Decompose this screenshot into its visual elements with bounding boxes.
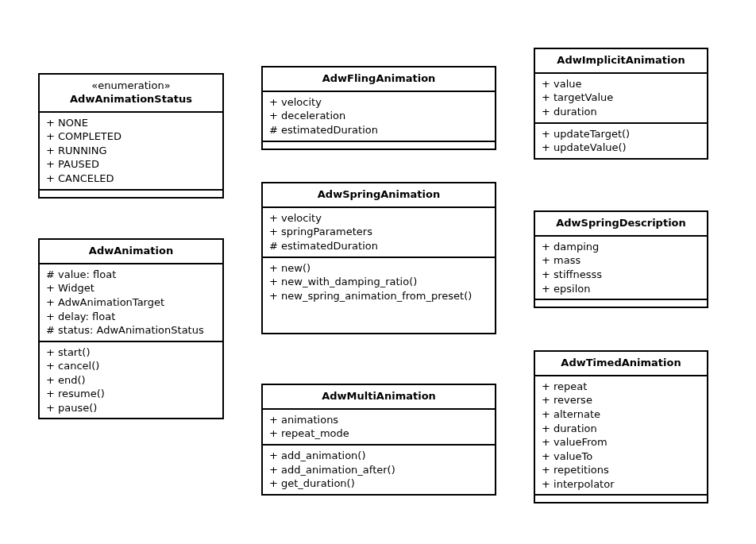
class-title: «enumeration» AdwAnimationStatus (40, 75, 222, 113)
attr-row: + valueTo (542, 449, 700, 464)
attr-row: # value: float (46, 268, 216, 282)
class-name: AdwSpringDescription (556, 217, 686, 229)
operations-section (535, 300, 707, 307)
class-adwflinganimation: AdwFlingAnimation + velocity + decelerat… (261, 66, 496, 150)
attributes-section: + animations + repeat_mode (263, 410, 495, 446)
attributes-section: + value + targetValue + duration (535, 74, 707, 124)
attr-row: + Widget (46, 281, 216, 295)
attributes-section: + velocity + springParameters # estimate… (263, 208, 495, 258)
class-adwspringdescription: AdwSpringDescription + damping + mass + … (534, 210, 708, 308)
op-row: + get_duration() (269, 476, 488, 491)
class-adwanimation: AdwAnimation # value: float + Widget + A… (38, 238, 224, 419)
attr-row: # estimatedDuration (269, 123, 488, 137)
attributes-section: + velocity + deceleration # estimatedDur… (263, 92, 495, 142)
attr-row: + RUNNING (46, 144, 216, 158)
attr-row: + duration (542, 105, 700, 119)
class-adwtimedanimation: AdwTimedAnimation + repeat + reverse + a… (534, 350, 708, 503)
attr-row: + PAUSED (46, 157, 216, 172)
class-adwanimationstatus: «enumeration» AdwAnimationStatus + NONE … (38, 73, 224, 199)
class-title: AdwFlingAnimation (263, 68, 495, 92)
operations-section: + updateTarget() + updateValue() (535, 124, 707, 158)
attr-row: + springParameters (269, 225, 488, 239)
class-name: AdwTimedAnimation (561, 357, 681, 368)
attr-row: + repeat (542, 380, 700, 394)
attr-row: + interpolator (542, 477, 700, 492)
attr-row: + deceleration (269, 109, 488, 123)
attr-row: + repeat_mode (269, 426, 488, 441)
class-title: AdwSpringAnimation (263, 183, 495, 208)
op-row: + cancel() (46, 359, 216, 373)
attr-row: + reverse (542, 393, 700, 407)
op-row: + updateTarget() (542, 127, 700, 141)
attr-row: + repetitions (542, 463, 700, 477)
attr-row: + stiffnesss (542, 268, 700, 282)
op-row: + start() (46, 345, 216, 360)
attributes-section: + NONE + COMPLETED + RUNNING + PAUSED + … (40, 113, 222, 191)
op-row: + new_spring_animation_from_preset() (269, 289, 488, 303)
class-name: AdwAnimation (89, 245, 173, 257)
attributes-section: # value: float + Widget + AdwAnimationTa… (40, 264, 222, 342)
uml-diagram-canvas: «enumeration» AdwAnimationStatus + NONE … (0, 0, 756, 544)
op-row: + pause() (46, 401, 216, 415)
operations-section (263, 142, 495, 149)
class-adwimplicitanimation: AdwImplicitAnimation + value + targetVal… (534, 48, 708, 160)
attr-row: + CANCELED (46, 172, 216, 186)
attr-row: # status: AdwAnimationStatus (46, 323, 216, 338)
class-title: AdwSpringDescription (535, 212, 707, 237)
op-row: + resume() (46, 387, 216, 401)
attr-row: + AdwAnimationTarget (46, 295, 216, 310)
attr-row: + velocity (269, 211, 488, 226)
class-title: AdwAnimation (40, 240, 222, 264)
class-name: AdwFlingAnimation (322, 72, 436, 84)
operations-section: + start() + cancel() + end() + resume() … (40, 342, 222, 419)
class-name: AdwAnimationStatus (70, 93, 192, 105)
attr-row: + velocity (269, 95, 488, 110)
operations-section (535, 496, 707, 502)
attr-row: + delay: float (46, 310, 216, 324)
op-row: + add_animation() (269, 449, 488, 463)
attributes-section: + damping + mass + stiffnesss + epsilon (535, 237, 707, 300)
attr-row: + damping (542, 240, 700, 254)
attr-row: + valueFrom (542, 435, 700, 449)
attr-row: + mass (542, 253, 700, 268)
attr-row: + targetValue (542, 91, 700, 105)
attr-row: + animations (269, 413, 488, 427)
attr-row: + COMPLETED (46, 129, 216, 144)
attr-row: + NONE (46, 116, 216, 130)
class-adwspringanimation: AdwSpringAnimation + velocity + springPa… (261, 182, 496, 334)
class-name: AdwSpringAnimation (318, 188, 440, 200)
op-row: + end() (46, 373, 216, 388)
operations-section: + add_animation() + add_animation_after(… (263, 446, 495, 494)
stereotype-label: «enumeration» (46, 79, 216, 93)
attr-row: + epsilon (542, 282, 700, 296)
class-name: AdwImplicitAnimation (557, 54, 685, 66)
class-adwmultianimation: AdwMultiAnimation + animations + repeat_… (261, 384, 496, 496)
attr-row: # estimatedDuration (269, 239, 488, 253)
class-title: AdwImplicitAnimation (535, 49, 707, 74)
op-row: + new() (269, 261, 488, 276)
operations-section (40, 191, 222, 197)
attributes-section: + repeat + reverse + alternate + duratio… (535, 376, 707, 496)
attr-row: + duration (542, 422, 700, 436)
op-row: + updateValue() (542, 141, 700, 155)
attr-row: + alternate (542, 407, 700, 422)
attr-row: + value (542, 77, 700, 91)
op-row: + new_with_damping_ratio() (269, 275, 488, 289)
operations-section: + new() + new_with_damping_ratio() + new… (263, 258, 495, 307)
class-title: AdwMultiAnimation (263, 385, 495, 410)
class-title: AdwTimedAnimation (535, 352, 707, 376)
op-row: + add_animation_after() (269, 463, 488, 477)
class-name: AdwMultiAnimation (322, 390, 436, 402)
